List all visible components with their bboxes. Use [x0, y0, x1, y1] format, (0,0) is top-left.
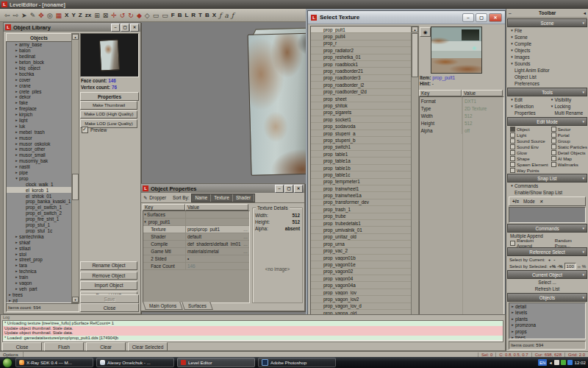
expand-arrow-icon[interactable]: ►: [15, 287, 18, 291]
more-button[interactable]: …: [242, 242, 249, 247]
tree-item[interactable]: ► pipe: [7, 170, 71, 176]
tree-item[interactable]: ► santechnika: [7, 233, 71, 239]
log-lines[interactable]: * Unloading texture [tree\tree_fuflo] pS…: [2, 320, 503, 342]
toolbar-icon[interactable]: ◎: [47, 10, 53, 21]
texture-list-item[interactable]: prop_vagon_iov2: [311, 296, 411, 302]
edit-mode-toggle[interactable]: Way Points: [507, 167, 548, 173]
language-indicator[interactable]: EN: [538, 359, 547, 366]
tray-expand-icon[interactable]: ◂: [549, 360, 551, 365]
expand-arrow-icon[interactable]: ►: [15, 147, 18, 151]
toolbar-icon[interactable]: F: [171, 10, 175, 21]
scene-menu-item[interactable]: ▼ Images: [507, 54, 587, 60]
value-column-header[interactable]: Value: [185, 204, 248, 210]
toolbar-icon[interactable]: a: [224, 10, 228, 21]
section-header-reference-select[interactable]: Reference Select▼: [507, 247, 587, 256]
section-header-commands[interactable]: Commands▼: [507, 224, 587, 233]
scrollbar-thumb[interactable]: [72, 174, 79, 200]
tree-item[interactable]: ► nastil: [7, 164, 71, 170]
expand-arrow-icon[interactable]: ►: [511, 317, 514, 321]
expand-arrow-icon[interactable]: ►: [511, 336, 514, 339]
tree-item[interactable]: ► detail: [509, 303, 585, 310]
expand-arrow-icon[interactable]: ►: [15, 90, 18, 93]
more-button[interactable]: …: [242, 227, 249, 232]
sort-button[interactable]: Texture: [211, 194, 233, 202]
tree-item[interactable]: ► mebel_trash: [7, 129, 71, 135]
tools-item[interactable]: ▼Selection: [507, 103, 548, 110]
tree-item[interactable]: ► beton_block: [7, 60, 71, 66]
edit-mode-toggle[interactable]: Spawn Element: [507, 161, 548, 167]
texture-list-item[interactable]: prop_reshetka_01: [311, 54, 411, 61]
log-button[interactable]: Clear: [86, 342, 126, 351]
log-button[interactable]: Close: [2, 342, 42, 351]
close-icon[interactable]: ✕: [294, 185, 303, 193]
expand-arrow-icon[interactable]: ►: [15, 159, 18, 163]
tree-item[interactable]: ► big_object: [7, 66, 71, 71]
objects-tree[interactable]: ► detail ► levels ► plants ► promzona: [509, 302, 586, 339]
tree-item[interactable]: ► tara: [7, 263, 71, 269]
tree-item[interactable]: ► dekor: [7, 94, 71, 100]
scene-menu-item[interactable]: ▼ Scene: [507, 34, 587, 40]
texture-list-item[interactable]: prop_table1b: [311, 165, 411, 171]
tree-item[interactable]: ► trees: [509, 335, 585, 340]
sort-button[interactable]: Name: [192, 194, 211, 202]
edit-mode-toggle[interactable]: AI Map: [548, 155, 587, 161]
select-object-button[interactable]: Select ...: [507, 279, 587, 286]
key-column-header[interactable]: Key: [143, 204, 185, 210]
texture-list-item[interactable]: prop_sheet: [311, 96, 411, 102]
ref-plus-pct-button[interactable]: +%: [549, 263, 556, 269]
toolbar-icon[interactable]: T: [198, 10, 202, 21]
texture-list-item[interactable]: prop_shitok: [311, 102, 411, 109]
expand-arrow-icon[interactable]: ►: [15, 235, 18, 238]
checkbox-icon[interactable]: [510, 168, 515, 173]
expand-arrow-icon[interactable]: ►: [15, 171, 18, 174]
taskbar-task[interactable]: Adobe Photoshop: [258, 358, 336, 367]
checkbox-icon[interactable]: [510, 241, 515, 246]
checkbox-icon[interactable]: [551, 132, 556, 138]
scene-menu-item[interactable]: ▼ Objects: [507, 47, 587, 54]
checkbox-icon[interactable]: [510, 127, 515, 132]
toolbar-icon[interactable]: R: [191, 10, 196, 21]
expand-arrow-icon[interactable]: ►: [511, 330, 514, 333]
edit-mode-toggle[interactable]: Shape: [507, 155, 548, 161]
expand-arrow-icon[interactable]: ►: [15, 43, 18, 46]
close-button[interactable]: Close: [80, 303, 139, 312]
tree-item[interactable]: prop_stul_1: [7, 222, 71, 228]
property-row[interactable]: Face Count 146: [143, 263, 249, 270]
scene-menu-item[interactable]: Preferences: [507, 80, 587, 87]
item-link[interactable]: prop_pult1: [432, 75, 455, 80]
expand-arrow-icon[interactable]: ►: [15, 107, 18, 110]
expand-arrow-icon[interactable]: ►: [15, 54, 18, 58]
edit-mode-toggle[interactable]: Group: [548, 138, 587, 144]
tools-item[interactable]: Multi Rename: [548, 110, 588, 116]
toolbar-icon[interactable]: ↻: [128, 10, 134, 21]
scene-menu-item[interactable]: Light Anim Editor: [507, 67, 587, 74]
library-action-button[interactable]: Make LOD (High Quality): [80, 110, 137, 119]
texture-list-item[interactable]: prop_vagon_iov_d: [311, 303, 411, 310]
tray-icon[interactable]: [567, 360, 573, 365]
tree-item[interactable]: prop_banka_kvaski_1: [7, 199, 71, 205]
expand-arrow-icon[interactable]: ►: [15, 247, 18, 250]
toolbar-icon[interactable]: zx: [85, 10, 91, 21]
properties-tab[interactable]: Surfaces: [182, 302, 212, 310]
edit-mode-toggle[interactable]: Static Particles: [548, 144, 587, 149]
expand-arrow-icon[interactable]: ►: [15, 124, 18, 128]
key-column-header[interactable]: Key: [419, 90, 462, 96]
toolbar-icon[interactable]: ⇦: [4, 10, 10, 21]
maximize-button[interactable]: ▢: [121, 24, 129, 32]
random-append-label[interactable]: Random Append: [517, 238, 549, 248]
tree-item[interactable]: ► stol: [7, 251, 71, 257]
tree-item[interactable]: ► technica: [7, 269, 71, 275]
tree-item[interactable]: el_korob_1: [7, 187, 71, 193]
expand-arrow-icon[interactable]: ►: [8, 299, 12, 302]
checkbox-icon[interactable]: [510, 144, 515, 149]
library-action-button[interactable]: Make Thumbnail: [80, 101, 137, 110]
expand-arrow-icon[interactable]: ►: [15, 281, 18, 285]
minimize-button[interactable]: ‒: [111, 24, 120, 32]
enable-snap-list-item[interactable]: Enable/Show Snap List: [507, 189, 587, 196]
refresh-list-button[interactable]: Refresh List: [507, 286, 587, 292]
tree-item[interactable]: ► street_prop: [7, 257, 71, 263]
close-icon[interactable]: ✕: [489, 13, 502, 22]
texture-list-item[interactable]: prop_vac_2: [311, 248, 411, 255]
tree-item[interactable]: ► fireplace: [7, 106, 71, 112]
checkbox-icon[interactable]: [510, 138, 515, 144]
